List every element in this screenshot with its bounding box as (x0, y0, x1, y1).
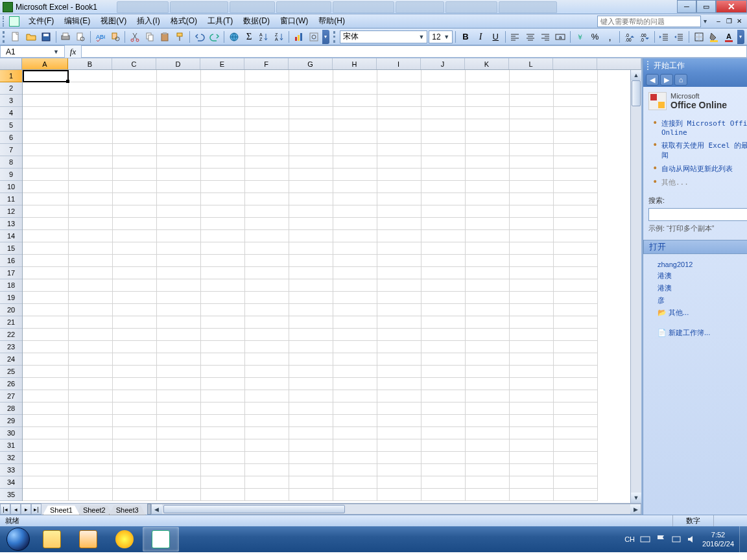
cell-L19[interactable] (510, 292, 554, 304)
cell-J22[interactable] (421, 329, 466, 341)
row-header-19[interactable]: 19 (0, 292, 22, 304)
cell-K29[interactable] (466, 415, 510, 427)
cell-C3[interactable] (113, 95, 157, 107)
link-connect-office[interactable]: 连接到 Microsoft Office Online (652, 117, 747, 139)
cell-L3[interactable] (510, 95, 554, 107)
tray-network-icon[interactable] (671, 534, 682, 544)
cell-I28[interactable] (377, 402, 421, 415)
cell-F11[interactable] (245, 193, 289, 205)
mdi-minimize-button[interactable]: – (713, 17, 724, 26)
undo-button[interactable] (193, 30, 206, 44)
decrease-decimal-button[interactable]: .00.0 (637, 30, 651, 44)
cell-B27[interactable] (69, 390, 113, 402)
cell-B4[interactable] (69, 107, 113, 119)
formula-input[interactable] (82, 45, 747, 58)
save-button[interactable] (39, 30, 53, 44)
cell-B28[interactable] (69, 402, 113, 415)
cell-F4[interactable] (245, 107, 289, 119)
cell-J30[interactable] (421, 427, 466, 439)
cell-K3[interactable] (466, 95, 510, 107)
row-header-4[interactable]: 4 (0, 107, 22, 119)
cell-D33[interactable] (157, 464, 201, 476)
tab-nav-next[interactable]: ▸ (21, 504, 31, 515)
taskbar-app-2[interactable] (70, 527, 106, 552)
cell-J9[interactable] (421, 169, 466, 181)
cell-G33[interactable] (289, 464, 333, 476)
cell-L17[interactable] (510, 267, 554, 279)
cell-K16[interactable] (466, 255, 510, 267)
cell-C5[interactable] (113, 119, 157, 132)
cell-F25[interactable] (245, 366, 289, 378)
font-name-selector[interactable]: 宋体▼ (340, 30, 427, 43)
cell-A16[interactable] (23, 255, 69, 267)
decrease-indent-button[interactable] (658, 30, 671, 44)
cell-E17[interactable] (201, 267, 245, 279)
cell-A19[interactable] (23, 292, 69, 304)
cell-B13[interactable] (69, 218, 113, 230)
row-header-21[interactable]: 21 (0, 316, 22, 329)
column-header-G[interactable]: G (289, 58, 333, 69)
row-header-17[interactable]: 17 (0, 267, 22, 279)
row-header-30[interactable]: 30 (0, 427, 22, 439)
cell-J10[interactable] (421, 181, 466, 193)
cell-J27[interactable] (421, 390, 466, 402)
cell-K21[interactable] (466, 316, 510, 329)
cell-G18[interactable] (289, 279, 333, 292)
cell-F15[interactable] (245, 242, 289, 255)
comma-button[interactable]: , (603, 30, 617, 44)
row-header-25[interactable]: 25 (0, 366, 22, 378)
cell-B26[interactable] (69, 378, 113, 390)
cell-B8[interactable] (69, 156, 113, 169)
cell-J1[interactable] (421, 70, 466, 82)
cell-C31[interactable] (113, 439, 157, 452)
row-header-18[interactable]: 18 (0, 279, 22, 292)
cell-C23[interactable] (113, 341, 157, 353)
sort-asc-button[interactable]: AZ (257, 30, 271, 44)
row-header-22[interactable]: 22 (0, 329, 22, 341)
cell-K1[interactable] (466, 70, 510, 82)
cell-L6[interactable] (510, 132, 554, 144)
link-auto-update[interactable]: 自动从网站更新此列表 (652, 162, 747, 176)
cell-E2[interactable] (201, 82, 245, 95)
cell-I11[interactable] (377, 193, 421, 205)
research-button[interactable] (108, 30, 122, 44)
cell-J31[interactable] (421, 439, 466, 452)
row-header-32[interactable]: 32 (0, 452, 22, 464)
cell-D24[interactable] (157, 353, 201, 366)
cell-J26[interactable] (421, 378, 466, 390)
cell-L4[interactable] (510, 107, 554, 119)
cell-A18[interactable] (23, 279, 69, 292)
cell-J13[interactable] (421, 218, 466, 230)
cell-B21[interactable] (69, 316, 113, 329)
menu-format[interactable]: 格式(O) (165, 14, 202, 28)
cell-K32[interactable] (466, 452, 510, 464)
cell-G13[interactable] (289, 218, 333, 230)
cell-B29[interactable] (69, 415, 113, 427)
cell-E6[interactable] (201, 132, 245, 144)
cell-I23[interactable] (377, 341, 421, 353)
cell-A35[interactable] (23, 489, 69, 501)
row-header-16[interactable]: 16 (0, 255, 22, 267)
cell-L22[interactable] (510, 329, 554, 341)
cell-J18[interactable] (421, 279, 466, 292)
menu-file[interactable]: 文件(F) (23, 14, 59, 28)
cell-L14[interactable] (510, 230, 554, 242)
cell-K12[interactable] (466, 205, 510, 218)
underline-button[interactable]: U (489, 30, 503, 44)
cell-A9[interactable] (23, 169, 69, 181)
cell-C34[interactable] (113, 476, 157, 489)
cell-D26[interactable] (157, 378, 201, 390)
cell-B16[interactable] (69, 255, 113, 267)
cell-A25[interactable] (23, 366, 69, 378)
cell-G27[interactable] (289, 390, 333, 402)
sort-desc-button[interactable]: ZA (272, 30, 286, 44)
cell-I32[interactable] (377, 452, 421, 464)
cell-K14[interactable] (466, 230, 510, 242)
vertical-scrollbar[interactable]: ▲ ▼ (630, 70, 641, 503)
cell-J33[interactable] (421, 464, 466, 476)
cell-A6[interactable] (23, 132, 69, 144)
cell-A10[interactable] (23, 181, 69, 193)
cell-E9[interactable] (201, 169, 245, 181)
cell-L21[interactable] (510, 316, 554, 329)
cell-F2[interactable] (245, 82, 289, 95)
